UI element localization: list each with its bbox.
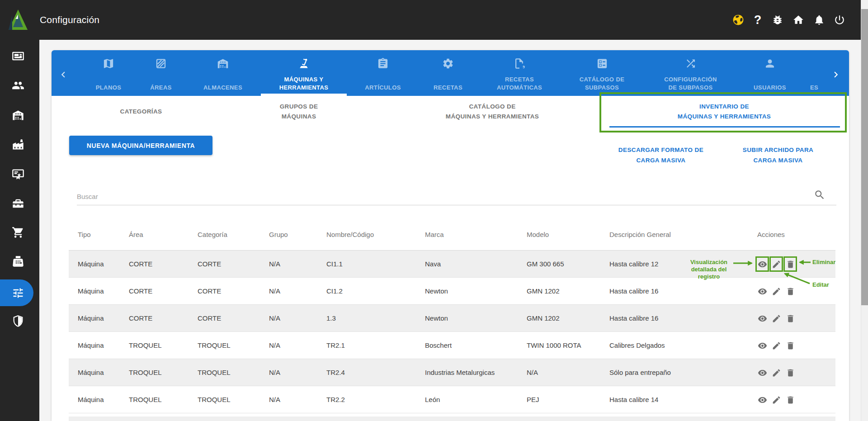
new-machine-tool-button[interactable]: NUEVA MÁQUINA/HERRAMIENTA xyxy=(69,136,212,155)
view-details-button[interactable] xyxy=(755,338,769,353)
annotation-edit-label: Editar xyxy=(812,281,829,289)
app-logo-icon xyxy=(8,9,28,31)
map-icon xyxy=(103,57,115,70)
table-row[interactable]: Máquina TROQUEL TROQUEL N/A TR2.1 Bosche… xyxy=(69,332,835,359)
scrollbar-thumb[interactable] xyxy=(861,9,868,305)
tab-articulos[interactable]: ARTÍCULOS xyxy=(354,50,412,96)
sidebar-item-purchases-cart-icon[interactable] xyxy=(12,226,24,239)
sidebar-item-clients-icon[interactable] xyxy=(12,79,24,92)
tab-recetas-automaticas[interactable]: RECETASAUTOMÁTICAS xyxy=(481,50,558,96)
table-row[interactable]: Máquina TROQUEL TROQUEL N/A TR2.2 León P… xyxy=(69,386,835,413)
annotation-highlight-box-subtab xyxy=(599,92,847,132)
col-header-acciones[interactable]: Acciones xyxy=(757,231,785,238)
annotation-delete-label: Eliminar xyxy=(812,259,835,266)
next-row-partial xyxy=(69,416,835,421)
bug-icon[interactable] xyxy=(772,14,783,26)
clipboard-icon xyxy=(377,57,389,70)
sidebar-item-cash-register-icon[interactable] xyxy=(12,255,24,268)
col-header-tipo[interactable]: Tipo xyxy=(78,231,91,238)
notifications-icon[interactable] xyxy=(813,14,825,26)
view-details-button[interactable] xyxy=(755,365,769,380)
col-header-nombre[interactable]: Nombre/Código xyxy=(326,231,374,238)
tabs-scroll-left-chevron-icon[interactable] xyxy=(57,69,69,80)
delete-button[interactable] xyxy=(783,284,797,299)
pencil-icon xyxy=(772,341,781,350)
configuration-screen: Configuración ? xyxy=(0,0,868,421)
vertical-scrollbar[interactable] xyxy=(861,0,868,421)
power-icon[interactable] xyxy=(834,14,845,26)
sidebar-item-configuration[interactable] xyxy=(0,279,33,306)
sidebar-item-factory-icon[interactable] xyxy=(12,138,24,151)
tab-maquinas-herramientas[interactable]: MÁQUINAS YHERRAMIENTAS xyxy=(261,50,347,96)
robot-arm-icon xyxy=(298,57,310,70)
col-header-categoria[interactable]: Categoría xyxy=(198,231,227,238)
search-icon[interactable] xyxy=(814,189,826,201)
delete-button[interactable] xyxy=(783,392,797,407)
col-header-grupo[interactable]: Grupo xyxy=(269,231,288,238)
edit-button[interactable] xyxy=(769,392,783,407)
view-details-button[interactable] xyxy=(755,311,769,326)
trash-icon xyxy=(786,395,795,405)
shuffle-icon xyxy=(684,57,697,70)
view-details-button[interactable] xyxy=(755,392,769,407)
hatched-area-icon xyxy=(155,57,167,70)
delete-button[interactable] xyxy=(783,311,797,326)
tab-estaciones-partial[interactable]: ES xyxy=(800,50,828,96)
edit-button[interactable] xyxy=(769,338,783,353)
table-row[interactable]: Máquina TROQUEL TROQUEL N/A TR2.4 Indust… xyxy=(69,359,835,386)
edit-button[interactable] xyxy=(769,284,783,299)
col-header-area[interactable]: Área xyxy=(129,231,143,238)
top-app-bar: Configuración ? xyxy=(0,0,868,40)
tab-areas[interactable]: ÁREAS xyxy=(138,50,184,96)
tab-recetas[interactable]: RECETAS xyxy=(421,50,475,96)
home-icon[interactable] xyxy=(793,14,804,26)
edit-button[interactable] xyxy=(769,256,783,272)
subtab-categorias[interactable]: CATEGORÍAS xyxy=(120,107,162,117)
sidebar-item-certificates-icon[interactable] xyxy=(12,168,24,180)
pencil-icon xyxy=(772,368,781,378)
eye-icon xyxy=(758,368,767,378)
sidebar-item-news-panel-icon[interactable] xyxy=(12,50,24,62)
download-bulk-format-link[interactable]: DESCARGAR FORMATO DE CARGA MASIVA xyxy=(618,145,703,166)
edit-button[interactable] xyxy=(769,311,783,326)
col-header-modelo[interactable]: Modelo xyxy=(527,231,549,238)
sidebar-item-security-shield-icon[interactable] xyxy=(12,315,24,327)
table-row[interactable]: Máquina CORTE CORTE N/A 1.3 Newton GMN 1… xyxy=(69,305,835,332)
tab-planos[interactable]: PLANOS xyxy=(84,50,133,96)
eye-icon xyxy=(758,287,767,296)
delete-button[interactable] xyxy=(783,338,797,353)
eye-icon xyxy=(758,314,767,323)
tabs-scroll-right-chevron-icon[interactable] xyxy=(830,69,842,80)
view-details-button[interactable] xyxy=(755,256,769,272)
trash-icon xyxy=(786,368,795,378)
col-header-descripcion[interactable]: Descripción General xyxy=(609,231,671,238)
delete-button[interactable] xyxy=(783,365,797,380)
tab-catalogo-subpasos[interactable]: CATÁLOGO DESUBPASOS xyxy=(562,50,642,96)
help-icon[interactable]: ? xyxy=(752,14,764,26)
sidebar-nav xyxy=(0,40,39,421)
table-row[interactable]: Máquina CORTE CORTE N/A CI1.2 Newton GMN… xyxy=(69,278,835,305)
search-input[interactable] xyxy=(77,188,836,205)
sidebar-item-warehouse-icon[interactable] xyxy=(12,109,24,122)
delete-button[interactable] xyxy=(783,256,797,272)
globe-icon[interactable] xyxy=(732,14,744,26)
tune-icon xyxy=(12,287,24,299)
subtab-catalogo-maquinas-herramientas[interactable]: CATÁLOGO DEMÁQUINAS Y HERRAMIENTAS xyxy=(446,102,539,122)
pencil-icon xyxy=(772,287,781,296)
edit-button[interactable] xyxy=(769,365,783,380)
eye-icon xyxy=(758,395,767,405)
tab-almacenes[interactable]: ALMACENES xyxy=(189,50,257,96)
upload-bulk-file-link[interactable]: SUBIR ARCHIDO PARA CARGA MASIVA xyxy=(743,145,813,166)
eye-icon xyxy=(758,260,767,269)
subtab-grupos-de-maquinas[interactable]: GRUPOS DEMÁQUINAS xyxy=(280,102,318,122)
tab-configuracion-subpasos[interactable]: CONFIGURACIÓNDE SUBPASOS xyxy=(644,50,737,96)
col-header-marca[interactable]: Marca xyxy=(425,231,444,238)
trash-icon xyxy=(786,314,795,323)
pencil-icon xyxy=(772,395,781,405)
trash-icon xyxy=(786,260,795,269)
view-details-button[interactable] xyxy=(755,284,769,299)
sidebar-item-toolbox-icon[interactable] xyxy=(12,197,24,210)
tab-usuarios[interactable]: USUARIOS xyxy=(743,50,797,96)
page-title: Configuración xyxy=(40,0,99,40)
ballot-icon xyxy=(596,57,608,70)
